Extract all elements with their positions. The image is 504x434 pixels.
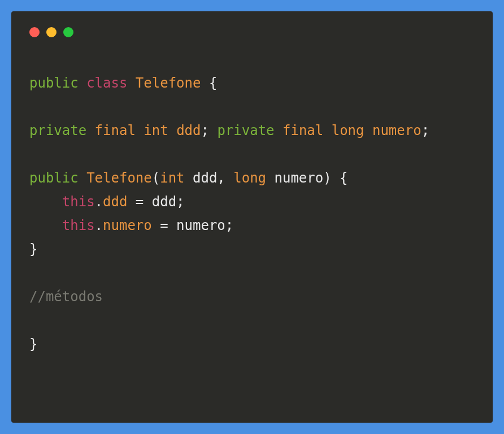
field-numero: numero	[372, 123, 422, 138]
param-numero: numero) {	[266, 170, 348, 186]
assignment: = ddd;	[127, 194, 184, 210]
keyword-this: this	[62, 194, 95, 210]
indent	[29, 194, 62, 210]
keyword-class: class	[86, 75, 127, 91]
code-line: private final int ddd; private final lon…	[29, 123, 429, 138]
keyword-public: public	[29, 75, 79, 91]
type-long: long	[332, 123, 364, 138]
indent	[29, 218, 62, 233]
brace-close: }	[29, 241, 37, 257]
code-content: public class Telefone { private final in…	[29, 71, 475, 356]
type-long: long	[233, 170, 266, 186]
code-line: public Telefone(int ddd, long numero) {	[29, 170, 348, 186]
paren-open: (	[152, 170, 160, 186]
minimize-icon[interactable]	[46, 27, 57, 37]
member-numero: numero	[103, 218, 152, 233]
maximize-icon[interactable]	[63, 27, 73, 37]
semicolon: ;	[201, 123, 208, 138]
param-ddd: ddd,	[185, 170, 234, 186]
code-line: //métodos	[29, 289, 103, 305]
code-line: this.numero = numero;	[29, 218, 233, 233]
keyword-private: private	[29, 123, 86, 138]
code-editor-window: public class Telefone { private final in…	[11, 11, 493, 423]
semicolon: ;	[422, 123, 429, 138]
dot: .	[95, 218, 103, 233]
window-controls	[29, 27, 475, 37]
assignment: = numero;	[152, 218, 234, 233]
constructor-name: Telefone	[86, 170, 152, 186]
comment-metodos: //métodos	[29, 289, 103, 305]
keyword-final: final	[95, 123, 136, 138]
field-ddd: ddd	[176, 123, 201, 138]
type-int: int	[144, 123, 168, 138]
code-line: public class Telefone {	[29, 75, 217, 91]
code-line: }	[29, 241, 37, 257]
brace-close: }	[29, 336, 37, 352]
brace-open: {	[201, 75, 217, 91]
type-int: int	[160, 170, 184, 186]
keyword-this: this	[62, 218, 95, 233]
code-line: }	[29, 336, 37, 352]
member-ddd: ddd	[103, 194, 127, 210]
dot: .	[95, 194, 103, 210]
keyword-public: public	[29, 170, 79, 186]
keyword-final: final	[283, 123, 323, 138]
keyword-private: private	[217, 123, 274, 138]
code-line: this.ddd = ddd;	[29, 194, 185, 210]
close-icon[interactable]	[29, 27, 40, 37]
class-name: Telefone	[136, 75, 201, 91]
